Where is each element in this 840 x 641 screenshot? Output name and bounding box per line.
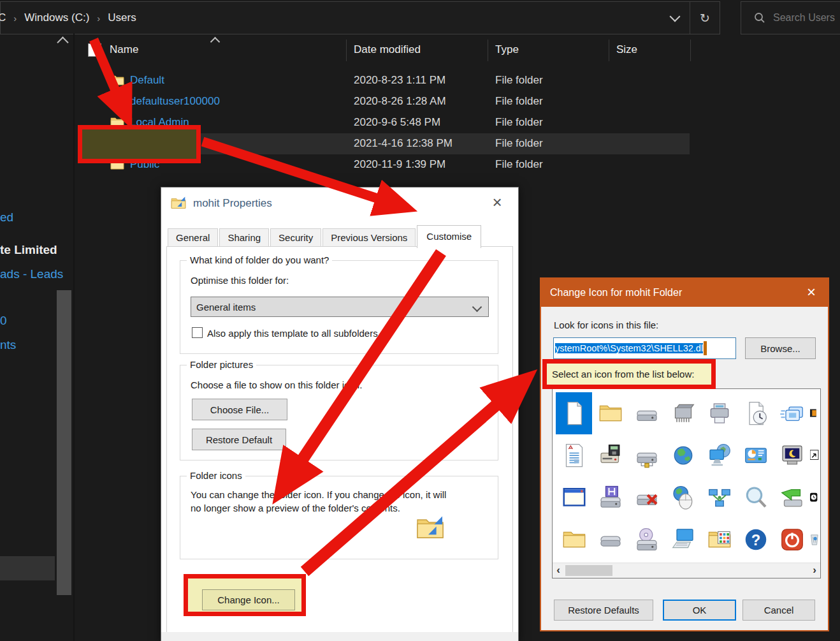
- apply-template-label: Also apply this template to all subfolde…: [207, 328, 378, 339]
- folder-icons-desc-line1: You can change the folder icon. If you c…: [191, 489, 446, 500]
- icon-clock-partial[interactable]: [810, 476, 821, 519]
- icon-shortcut-arrow-partial[interactable]: [810, 434, 821, 476]
- nav-scrollbar-thumb[interactable]: [57, 290, 71, 595]
- icon-folder[interactable]: [592, 392, 628, 434]
- scroll-up-icon[interactable]: [57, 36, 68, 48]
- horizontal-scrollbar[interactable]: ‹ ›: [553, 563, 820, 578]
- icon-globe[interactable]: [665, 434, 701, 476]
- select-all-checkbox[interactable]: [88, 43, 101, 57]
- icon-crt-monitor[interactable]: [774, 434, 810, 476]
- scroll-right-icon[interactable]: ›: [809, 564, 820, 577]
- sidebar-item[interactable]: 0: [0, 314, 7, 328]
- search-box[interactable]: [741, 1, 840, 34]
- icon-help-circle[interactable]: ?: [737, 519, 774, 561]
- file-name[interactable]: defaultuser100000: [130, 95, 220, 108]
- file-date-modified: 2020-8-26 1:28 AM: [354, 95, 446, 108]
- icon-restore-drive[interactable]: [774, 476, 810, 519]
- icon-open-folder[interactable]: [556, 519, 592, 561]
- icon-folder-apps[interactable]: [701, 519, 737, 561]
- icon-computer-floppy[interactable]: [592, 434, 628, 476]
- column-header-type[interactable]: Type: [495, 43, 519, 56]
- icon-floppy-drive-h[interactable]: [592, 476, 628, 519]
- icon-monitor-keyboard[interactable]: [665, 519, 701, 561]
- refresh-button[interactable]: ↻: [690, 2, 720, 34]
- folder-icon: [110, 73, 125, 88]
- scroll-left-icon[interactable]: ‹: [553, 564, 564, 577]
- icon-monitor-globe[interactable]: [701, 434, 737, 476]
- file-row-Default[interactable]: Default2020-8-23 1:11 PMFile folder: [78, 70, 690, 91]
- ok-button[interactable]: OK: [663, 600, 736, 621]
- file-date-modified: 2021-4-16 12:38 PM: [354, 137, 453, 150]
- customise-tab-page: What kind of folder do you want? Optimis…: [166, 246, 513, 633]
- file-date-modified: 2020-9-6 5:48 PM: [354, 116, 440, 129]
- file-type: File folder: [495, 116, 543, 129]
- scrollbar-thumb[interactable]: [565, 565, 612, 576]
- icon-gray-drive[interactable]: [592, 519, 628, 561]
- icon-globe-mouse[interactable]: [665, 476, 701, 519]
- customized-folder-icon: [170, 195, 187, 212]
- annotation-box-mohit: [78, 125, 201, 163]
- tab-security[interactable]: Security: [270, 228, 321, 247]
- icon-cd-drive[interactable]: [628, 519, 665, 561]
- icon-flashlight-partial[interactable]: [810, 392, 821, 434]
- sidebar-item[interactable]: ads - Leads: [0, 267, 63, 281]
- file-name[interactable]: Default: [130, 74, 164, 87]
- text-caret: [704, 341, 707, 355]
- icon-blank-document[interactable]: [556, 392, 592, 434]
- choose-file-button[interactable]: Choose File...: [192, 399, 287, 420]
- sidebar-item[interactable]: nts: [0, 338, 16, 352]
- icon-text-document[interactable]: [556, 434, 592, 476]
- breadcrumb-windows-c[interactable]: Windows (C:): [24, 11, 89, 24]
- icon-file-path-input[interactable]: ystemRoot%\System32\SHELL32.dl: [553, 337, 736, 359]
- search-input[interactable]: [772, 11, 838, 24]
- icon-network-nodes[interactable]: [701, 476, 737, 519]
- tab-previous-versions[interactable]: Previous Versions: [322, 228, 416, 247]
- close-icon[interactable]: ×: [802, 283, 820, 301]
- select-icon-label: Select an icon from the list below:: [552, 369, 694, 379]
- close-icon[interactable]: ×: [488, 193, 507, 212]
- pane-divider: [73, 33, 75, 641]
- breadcrumb-root[interactable]: C: [0, 11, 6, 24]
- icon-hard-drive[interactable]: [628, 392, 665, 434]
- tab-customise[interactable]: Customise: [417, 225, 481, 248]
- icon-memory-chip[interactable]: [665, 392, 701, 434]
- file-type: File folder: [495, 95, 543, 108]
- cancel-button[interactable]: Cancel: [742, 600, 815, 621]
- chevron-right-icon: ›: [97, 13, 100, 24]
- file-type: File folder: [495, 137, 543, 150]
- sidebar-item[interactable]: ed: [0, 210, 13, 225]
- group-legend: Folder icons: [187, 470, 245, 481]
- icon-control-panel[interactable]: [737, 434, 774, 476]
- address-dropdown-button[interactable]: [660, 2, 690, 34]
- icon-printer[interactable]: [701, 392, 737, 434]
- nav-horizontal-scrollbar[interactable]: [0, 556, 55, 580]
- icon-drive-error[interactable]: [628, 476, 665, 519]
- browse-button[interactable]: Browse...: [745, 337, 816, 359]
- icon-listbox[interactable]: ? ‹ ›: [552, 388, 821, 578]
- breadcrumb-users[interactable]: Users: [108, 11, 136, 24]
- icon-speed-frames[interactable]: [774, 392, 810, 434]
- tab-sharing[interactable]: Sharing: [219, 228, 269, 247]
- address-bar[interactable]: C › Windows (C:) › Users ↻: [0, 1, 720, 34]
- column-header-date-modified[interactable]: Date modified: [354, 43, 421, 56]
- file-row-defaultuser100000[interactable]: defaultuser1000002020-8-26 1:28 AMFile f…: [78, 91, 690, 112]
- group-legend: What kind of folder do you want?: [187, 254, 332, 265]
- group-folder-pictures: Folder pictures Choose a file to show on…: [180, 365, 498, 460]
- column-header-size[interactable]: Size: [616, 43, 637, 56]
- restore-default-button[interactable]: Restore Default: [192, 429, 286, 450]
- optimise-dropdown[interactable]: General items: [191, 297, 489, 317]
- change-icon-button[interactable]: Change Icon...: [202, 589, 295, 610]
- icon-document-clock[interactable]: [737, 392, 774, 434]
- apply-template-checkbox[interactable]: [192, 327, 203, 338]
- icon-network-drive[interactable]: [628, 434, 665, 476]
- icon-magnifier[interactable]: [737, 476, 774, 519]
- icon-recycle-bin-partial[interactable]: [810, 519, 821, 561]
- column-header-name[interactable]: Name: [110, 43, 138, 56]
- restore-defaults-button[interactable]: Restore Defaults: [554, 600, 653, 621]
- icon-power-button[interactable]: [774, 519, 810, 561]
- tab-general[interactable]: General: [168, 228, 218, 247]
- sidebar-item[interactable]: te Limited: [0, 243, 57, 257]
- change-icon-title: Change Icon for mohit Folder: [550, 287, 682, 298]
- column-header-row: Name Date modified Type Size: [76, 36, 840, 64]
- icon-window-frame[interactable]: [556, 476, 592, 519]
